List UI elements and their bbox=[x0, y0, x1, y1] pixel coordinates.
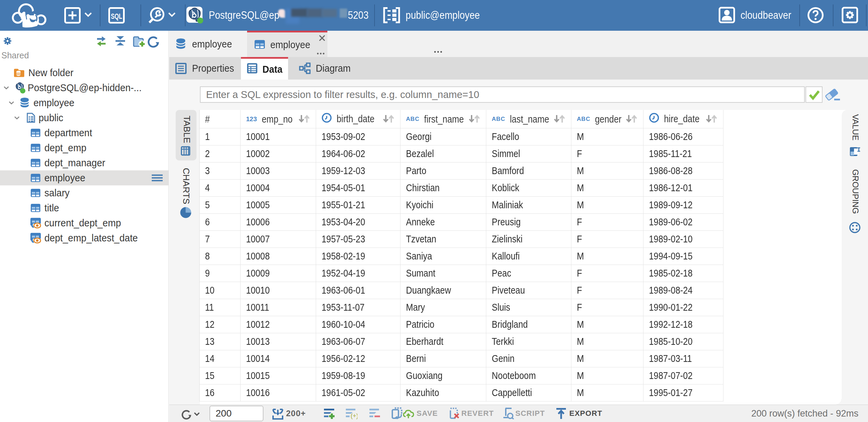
svg-text:(+): (+) bbox=[351, 412, 357, 419]
svg-text:SQL: SQL bbox=[111, 12, 122, 20]
